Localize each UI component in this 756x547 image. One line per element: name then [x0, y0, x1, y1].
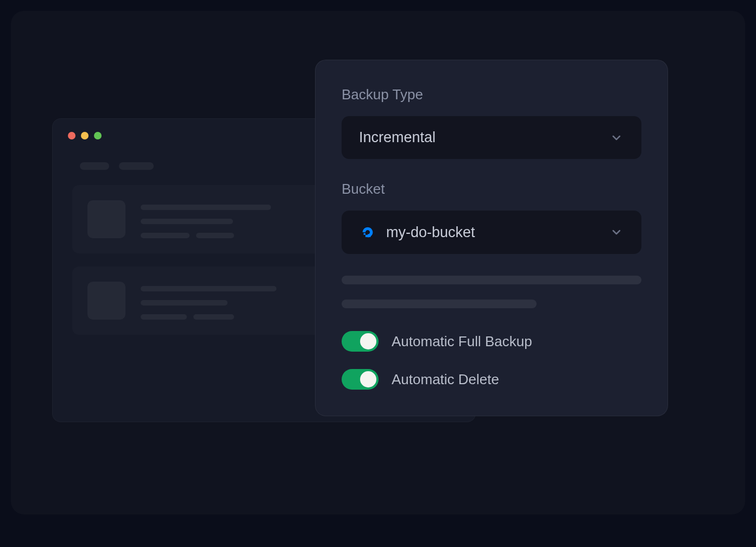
bucket-label: Bucket	[342, 181, 641, 198]
placeholder-card-icon	[87, 200, 125, 238]
toggle-row-auto-full-backup: Automatic Full Backup	[342, 331, 641, 352]
placeholder-pill	[119, 162, 154, 170]
placeholder-line	[342, 300, 537, 308]
auto-full-backup-toggle[interactable]	[342, 331, 379, 352]
auto-delete-label: Automatic Delete	[392, 371, 499, 388]
dropdown-content: my-do-bucket	[359, 224, 475, 241]
maximize-window-button[interactable]	[94, 132, 102, 139]
placeholder-lines	[342, 276, 641, 308]
bucket-value: my-do-bucket	[386, 224, 475, 241]
placeholder-line	[141, 205, 271, 210]
minimize-window-button[interactable]	[81, 132, 89, 139]
backup-type-value: Incremental	[359, 129, 436, 146]
backup-type-dropdown[interactable]: Incremental	[342, 116, 641, 159]
auto-full-backup-label: Automatic Full Backup	[392, 333, 532, 350]
placeholder-line	[141, 286, 276, 291]
toggle-row-auto-delete: Automatic Delete	[342, 369, 641, 390]
backup-type-label: Backup Type	[342, 86, 641, 103]
placeholder-line	[141, 314, 187, 320]
placeholder-line	[141, 300, 228, 306]
placeholder-line	[193, 314, 234, 320]
auto-delete-toggle[interactable]	[342, 369, 379, 390]
bucket-dropdown[interactable]: my-do-bucket	[342, 211, 641, 254]
chevron-down-icon	[609, 130, 624, 145]
placeholder-line	[196, 233, 234, 238]
placeholder-line	[342, 276, 641, 284]
close-window-button[interactable]	[68, 132, 75, 139]
placeholder-line	[141, 219, 233, 224]
main-container: Backup Type Incremental Bucket	[11, 11, 745, 514]
placeholder-line	[141, 233, 190, 238]
toggle-knob	[360, 371, 376, 387]
toggle-knob	[360, 333, 376, 349]
digitalocean-icon	[359, 224, 376, 241]
placeholder-card-icon	[87, 282, 125, 320]
dropdown-content: Incremental	[359, 129, 436, 146]
placeholder-pill	[80, 162, 109, 170]
backup-settings-panel: Backup Type Incremental Bucket	[315, 60, 668, 416]
chevron-down-icon	[609, 225, 624, 240]
